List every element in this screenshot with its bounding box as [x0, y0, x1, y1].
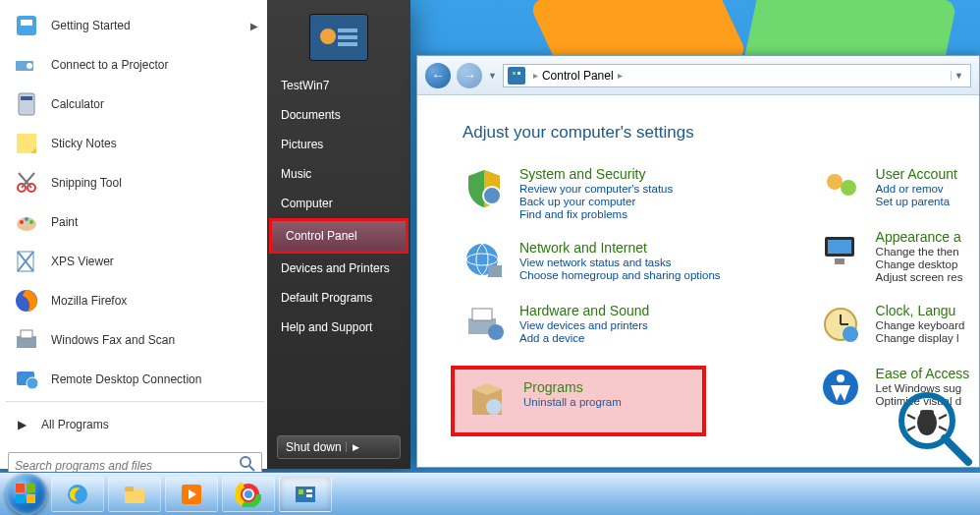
category-title[interactable]: System and Security — [519, 166, 673, 182]
right-item-music[interactable]: Music — [267, 159, 410, 189]
breadcrumb-separator-icon: ▸ — [533, 70, 538, 81]
menu-item-paint[interactable]: Paint — [6, 202, 264, 242]
svg-point-36 — [827, 174, 843, 190]
ease-of-access-icon — [819, 366, 862, 409]
category-link[interactable]: Change desktop — [876, 258, 963, 270]
taskbar-item-control-panel[interactable] — [279, 477, 332, 512]
page-heading: Adjust your computer's settings — [463, 123, 979, 143]
category-link[interactable]: Add or remov — [876, 183, 957, 195]
category-link[interactable]: Uninstall a program — [523, 396, 622, 408]
all-programs[interactable]: ▶ All Programs — [6, 401, 264, 444]
category-link[interactable]: Change keyboard — [876, 319, 965, 331]
users-icon — [819, 166, 862, 209]
right-item-documents[interactable]: Documents — [267, 100, 410, 130]
category-link[interactable]: Adjust screen res — [876, 271, 963, 283]
category-programs: Programs Uninstall a program — [451, 366, 706, 436]
menu-item-fax-scan[interactable]: Windows Fax and Scan — [6, 320, 264, 360]
svg-rect-15 — [21, 330, 32, 338]
svg-rect-25 — [513, 72, 516, 75]
right-item-computer[interactable]: Computer — [267, 189, 410, 218]
menu-item-xps-viewer[interactable]: XPS Viewer — [6, 242, 264, 281]
menu-item-label: Paint — [51, 215, 78, 229]
category-link[interactable]: Change display l — [876, 332, 965, 344]
taskbar-item-chrome[interactable] — [222, 477, 275, 512]
start-button[interactable] — [6, 474, 47, 515]
flag-icon — [12, 11, 41, 40]
calculator-icon — [12, 89, 41, 119]
menu-item-calculator[interactable]: Calculator — [6, 85, 264, 124]
category-link[interactable]: View devices and printers — [519, 319, 649, 331]
firefox-icon — [12, 286, 41, 315]
svg-point-51 — [928, 410, 934, 416]
search-input[interactable] — [15, 459, 240, 473]
category-title[interactable]: Ease of Access — [876, 366, 970, 381]
shutdown-button[interactable]: Shut down ▶ — [277, 435, 401, 459]
svg-rect-24 — [511, 70, 522, 82]
right-item-help-support[interactable]: Help and Support — [267, 313, 410, 342]
category-title[interactable]: Programs — [523, 379, 622, 395]
right-item-devices-printers[interactable]: Devices and Printers — [267, 254, 410, 283]
svg-point-20 — [320, 29, 336, 44]
right-item-default-programs[interactable]: Default Programs — [267, 283, 410, 313]
start-menu-right-pane: TestWin7 Documents Pictures Music Comput… — [267, 0, 410, 469]
nav-dropdown-icon[interactable]: ▼ — [488, 71, 497, 81]
category-title[interactable]: User Account — [876, 166, 957, 182]
clock-icon — [819, 303, 862, 346]
svg-point-35 — [486, 399, 502, 415]
svg-rect-58 — [16, 494, 25, 503]
category-link[interactable]: Change the then — [876, 246, 963, 258]
menu-item-snipping-tool[interactable]: Snipping Tool — [6, 163, 264, 202]
svg-line-53 — [907, 427, 915, 430]
menu-item-firefox[interactable]: Mozilla Firefox — [6, 281, 264, 320]
xps-icon — [12, 247, 41, 276]
category-title[interactable]: Appearance a — [876, 229, 963, 245]
start-menu: Getting Started ▶ Connect to a Projector… — [0, 0, 410, 469]
category-link[interactable]: View network status and tasks — [519, 257, 721, 268]
svg-point-18 — [241, 457, 250, 467]
user-name[interactable]: TestWin7 — [267, 71, 410, 100]
svg-line-54 — [939, 415, 947, 419]
watermark-logo — [896, 389, 974, 468]
svg-point-50 — [920, 410, 926, 416]
arrow-right-icon: ▶ — [12, 410, 31, 439]
taskbar-item-ie[interactable] — [51, 477, 104, 512]
user-picture[interactable] — [309, 14, 368, 61]
taskbar-item-explorer[interactable] — [108, 477, 161, 512]
svg-rect-22 — [338, 35, 357, 39]
svg-line-48 — [945, 438, 968, 462]
category-link[interactable]: Choose homegroup and sharing options — [519, 269, 721, 281]
right-item-pictures[interactable]: Pictures — [267, 130, 410, 159]
svg-point-33 — [488, 324, 504, 340]
svg-point-2 — [27, 63, 32, 69]
category-title[interactable]: Clock, Langu — [876, 303, 965, 318]
right-item-control-panel[interactable]: Control Panel — [269, 218, 408, 254]
svg-point-10 — [25, 217, 28, 221]
category-title[interactable]: Hardware and Sound — [519, 303, 649, 318]
nav-back-button[interactable]: ← — [425, 63, 451, 88]
menu-item-getting-started[interactable]: Getting Started ▶ — [6, 6, 264, 45]
svg-rect-71 — [306, 489, 312, 492]
shutdown-options-arrow-icon[interactable]: ▶ — [346, 442, 359, 452]
category-title[interactable]: Network and Internet — [519, 240, 721, 256]
menu-item-projector[interactable]: Connect to a Projector — [6, 45, 264, 85]
printer-icon — [463, 303, 506, 346]
address-dropdown-icon[interactable]: ▼ — [951, 71, 966, 81]
svg-rect-30 — [488, 265, 502, 277]
category-link[interactable]: Set up parenta — [876, 196, 957, 207]
nav-forward-button[interactable]: → — [457, 63, 482, 88]
category-link[interactable]: Find and fix problems — [519, 208, 673, 220]
category-link[interactable]: Review your computer's status — [519, 183, 673, 195]
category-link[interactable]: Back up your computer — [519, 196, 673, 207]
submenu-arrow-icon: ▶ — [250, 21, 258, 31]
monitor-icon — [819, 229, 862, 272]
svg-rect-61 — [125, 489, 144, 503]
remote-desktop-icon — [12, 365, 41, 394]
menu-item-sticky-notes[interactable]: Sticky Notes — [6, 124, 264, 163]
sticky-note-icon — [12, 129, 41, 158]
taskbar-item-media-player[interactable] — [165, 477, 218, 512]
category-link[interactable]: Add a device — [519, 332, 649, 344]
address-field[interactable]: ▸ Control Panel ▸ ▼ — [503, 64, 971, 87]
breadcrumb-item[interactable]: Control Panel — [542, 69, 614, 83]
category-hardware-sound: Hardware and Sound View devices and prin… — [463, 303, 721, 346]
menu-item-rdp[interactable]: Remote Desktop Connection — [6, 360, 264, 399]
